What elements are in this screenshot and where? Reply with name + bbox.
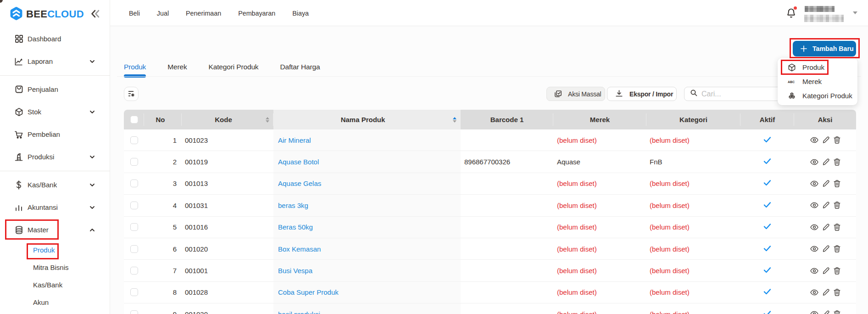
dropdown-item-produk[interactable]: Produk — [778, 60, 857, 74]
sidebar-item-label: Kas/Bank — [28, 181, 57, 189]
topnav-biaya[interactable]: Biaya — [292, 10, 309, 17]
tab-merek[interactable]: Merek — [167, 63, 187, 83]
active-check-icon — [763, 136, 772, 145]
edit-icon[interactable] — [822, 310, 830, 314]
row-checkbox[interactable] — [130, 179, 138, 187]
delete-icon[interactable] — [833, 288, 841, 297]
sidebar-item-produksi[interactable]: Produksi — [0, 146, 110, 168]
product-link[interactable]: Coba Super Produk — [278, 288, 339, 296]
cell-no: 7 — [144, 260, 182, 281]
row-checkbox[interactable] — [130, 245, 138, 253]
sidebar-item-dashboard[interactable]: Dashboard — [0, 28, 110, 50]
topnav-pembayaran[interactable]: Pembayaran — [238, 10, 275, 17]
product-link[interactable]: hasil produksi — [278, 310, 320, 314]
column-header-nama-produk[interactable]: Nama Produk — [273, 110, 461, 129]
cell-barcode — [461, 129, 553, 151]
view-icon[interactable] — [810, 288, 819, 297]
column-header-no: No — [144, 110, 182, 129]
edit-icon[interactable] — [822, 158, 830, 166]
tab-produk[interactable]: Produk — [124, 63, 146, 83]
user-menu-caret-icon[interactable] — [853, 11, 857, 14]
sidebar-item-laporan[interactable]: Laporan — [0, 50, 110, 73]
row-checkbox[interactable] — [130, 202, 138, 209]
topnav-jual[interactable]: Jual — [157, 10, 169, 17]
column-settings-button[interactable] — [124, 87, 139, 101]
product-link[interactable]: Air Mineral — [278, 136, 311, 144]
cell-aktif — [740, 129, 794, 151]
product-link[interactable]: Box Kemasan — [278, 245, 321, 253]
delete-icon[interactable] — [833, 310, 841, 314]
edit-icon[interactable] — [822, 288, 830, 297]
view-icon[interactable] — [810, 136, 819, 144]
view-icon[interactable] — [810, 158, 819, 166]
view-icon[interactable] — [810, 223, 819, 231]
dropdown-item-kategori-produk[interactable]: Kategori Produk — [778, 89, 857, 103]
edit-icon[interactable] — [822, 201, 830, 209]
product-link[interactable]: Busi Vespa — [278, 267, 312, 275]
product-link[interactable]: Aquase Gelas — [278, 179, 321, 187]
row-checkbox[interactable] — [130, 223, 138, 231]
row-checkbox[interactable] — [130, 136, 138, 144]
edit-icon[interactable] — [822, 245, 830, 253]
delete-icon[interactable] — [833, 136, 841, 144]
row-checkbox[interactable] — [130, 288, 138, 296]
delete-icon[interactable] — [833, 158, 841, 166]
tab-daftar-harga[interactable]: Daftar Harga — [280, 63, 320, 83]
delete-icon[interactable] — [833, 267, 841, 275]
cell-select — [124, 282, 144, 303]
topnav-beli[interactable]: Beli — [129, 10, 140, 17]
sidebar-item-penjualan[interactable]: Penjualan — [0, 78, 110, 101]
export-import-button[interactable]: Ekspor / Impor — [607, 87, 677, 101]
sort-icon-active[interactable] — [453, 117, 456, 123]
tab-kategori-produk[interactable]: Kategori Produk — [209, 63, 259, 83]
sidebar-item-label: Laporan — [28, 57, 53, 65]
sidebar-item-pembelian[interactable]: Pembelian — [0, 123, 110, 146]
select-all-checkbox[interactable] — [130, 116, 138, 123]
edit-icon[interactable] — [822, 136, 830, 144]
delete-icon[interactable] — [833, 201, 841, 209]
view-icon[interactable] — [810, 267, 819, 275]
add-new-button[interactable]: Tambah Baru — [793, 41, 856, 56]
view-icon[interactable] — [810, 310, 819, 314]
product-link[interactable]: Beras 50kg — [278, 223, 313, 231]
chevron-up-icon — [89, 227, 95, 233]
product-link[interactable]: Aquase Botol — [278, 158, 319, 166]
sidebar-item-produk[interactable]: Produk — [0, 241, 110, 258]
sidebar-item-akuntansi[interactable]: Akuntansi — [0, 196, 110, 219]
sort-icon[interactable] — [266, 117, 269, 123]
row-checkbox[interactable] — [130, 310, 138, 314]
chevron-down-icon — [89, 182, 95, 188]
column-header-kode[interactable]: Kode — [182, 110, 273, 129]
cell-kategori: (belum diset) — [646, 260, 740, 281]
dropdown-item-merek[interactable]: ABCMerek — [778, 74, 857, 89]
column-header-barcode-1: Barcode 1 — [461, 110, 553, 129]
cell-kode: 001030 — [182, 303, 273, 314]
edit-icon[interactable] — [822, 223, 830, 231]
cell-barcode — [461, 173, 553, 194]
sidebar-item-akun[interactable]: Akun — [0, 293, 110, 311]
sort-asc-caret — [266, 117, 269, 119]
cell-aksi — [794, 238, 856, 259]
row-checkbox[interactable] — [130, 267, 138, 275]
row-checkbox[interactable] — [130, 158, 138, 166]
sidebar-collapse-icon[interactable] — [90, 9, 100, 20]
product-link[interactable]: beras 3kg — [278, 202, 308, 209]
active-check-icon — [763, 288, 772, 297]
delete-icon[interactable] — [833, 245, 841, 253]
sidebar-item-kas-bank[interactable]: Kas/Bank — [0, 276, 110, 293]
edit-icon[interactable] — [822, 267, 830, 275]
topnav-penerimaan[interactable]: Penerimaan — [186, 10, 221, 17]
view-icon[interactable] — [810, 179, 819, 188]
sidebar-item-master[interactable]: Master — [0, 219, 110, 241]
sidebar-item-label: Master — [28, 226, 49, 234]
sidebar-item-stok[interactable]: Stok — [0, 101, 110, 123]
delete-icon[interactable] — [833, 223, 841, 231]
sidebar-item-mitra-bisnis[interactable]: Mitra Bisnis — [0, 258, 110, 276]
column-header-merek: Merek — [553, 110, 646, 129]
sidebar-item-kas-bank[interactable]: Kas/Bank — [0, 174, 110, 196]
delete-icon[interactable] — [833, 179, 841, 188]
bulk-actions-button[interactable]: Aksi Massal — [546, 87, 605, 101]
view-icon[interactable] — [810, 201, 819, 209]
view-icon[interactable] — [810, 245, 819, 253]
edit-icon[interactable] — [822, 179, 830, 188]
